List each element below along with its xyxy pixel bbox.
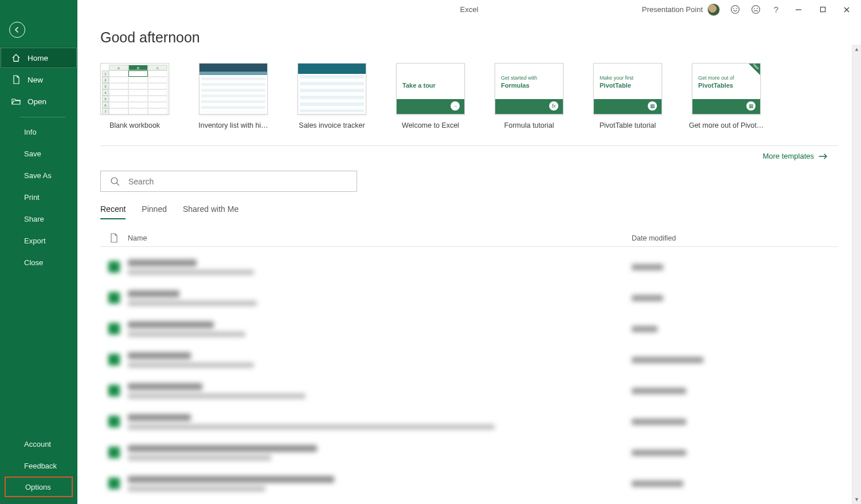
nav-options[interactable]: Options (6, 478, 72, 496)
recent-file-row[interactable] (100, 282, 838, 313)
arrow-right-icon: → (451, 101, 460, 111)
nav-save[interactable]: Save (0, 143, 77, 164)
account-control[interactable]: Presentation Point (642, 3, 720, 16)
file-icon (100, 233, 128, 243)
thumb-text: Formulas (501, 82, 530, 89)
nav-home-label: Home (28, 54, 48, 62)
recent-list-header: Name Date modified (100, 230, 838, 247)
nav-account[interactable]: Account (0, 433, 77, 455)
nav-save-as[interactable]: Save As (0, 164, 77, 186)
nav-share-label: Share (24, 215, 44, 223)
window-minimize-button[interactable] (788, 1, 809, 19)
formula-thumb-icon: Get started with Formulas fx (495, 63, 563, 115)
svg-point-2 (736, 8, 737, 9)
template-blank-workbook[interactable]: ABC 1 2 3 4 5 6 7 Blank (100, 63, 169, 129)
file-date (632, 450, 838, 456)
column-date[interactable]: Date modified (632, 234, 838, 242)
file-text (128, 445, 632, 460)
nav-save-as-label: Save As (24, 171, 52, 180)
back-arrow-icon (9, 22, 25, 38)
help-icon: ? (774, 5, 778, 14)
tab-recent[interactable]: Recent (100, 204, 126, 219)
nav-open-label: Open (28, 97, 46, 106)
tab-label: Pinned (142, 204, 167, 214)
file-date (632, 264, 838, 270)
recent-file-row[interactable] (100, 251, 838, 282)
window-maximize-button[interactable] (812, 1, 833, 19)
svg-point-1 (733, 8, 734, 9)
arrow-right-icon (819, 153, 828, 160)
template-welcome[interactable]: Take a tour → Welcome to Excel (396, 63, 465, 129)
help-button[interactable]: ? (767, 1, 785, 19)
template-pivottable-tutorial[interactable]: Make your first PivotTable ▦ PivotTable … (593, 63, 662, 129)
template-sales-invoice[interactable]: Sales invoice tracker (298, 63, 366, 129)
inventory-thumb-icon (199, 63, 268, 115)
svg-point-5 (757, 8, 758, 9)
template-pivottable-more[interactable]: Get more out of PivotTables ▦ Get more o… (692, 63, 761, 129)
file-date (632, 357, 838, 363)
template-inventory-list[interactable]: Inventory list with hi… (199, 63, 268, 129)
nav-info[interactable]: Info (0, 121, 77, 143)
nav-account-label: Account (24, 440, 51, 448)
search-input[interactable] (128, 177, 357, 186)
more-templates-link[interactable]: More templates (100, 152, 838, 160)
recent-tabs: Recent Pinned Shared with Me (100, 204, 838, 219)
recent-file-row[interactable] (100, 375, 838, 406)
feedback-happy-button[interactable] (726, 1, 744, 19)
file-text (128, 383, 632, 399)
vertical-scrollbar[interactable]: ▲ ▼ (852, 45, 861, 504)
nav-home[interactable]: Home (0, 47, 77, 69)
template-label: Get more out of Pivot… (683, 121, 769, 129)
back-button[interactable] (6, 18, 29, 41)
pivot-more-thumb-icon: Get more out of PivotTables ▦ (692, 63, 761, 115)
template-label: Inventory list with hi… (190, 121, 276, 129)
recent-files-list (100, 251, 838, 499)
nav-print-label: Print (24, 193, 40, 202)
recent-file-row[interactable] (100, 313, 838, 344)
search-box[interactable] (100, 171, 357, 192)
tab-shared[interactable]: Shared with Me (183, 204, 238, 219)
column-name[interactable]: Name (128, 234, 632, 242)
nav-new-label: New (28, 76, 43, 84)
table-icon: ▦ (648, 101, 657, 111)
scroll-down-button[interactable]: ▼ (852, 495, 861, 504)
nav-print[interactable]: Print (0, 186, 77, 208)
recent-file-row[interactable] (100, 468, 838, 499)
excel-file-icon (100, 323, 128, 334)
nav-new[interactable]: New (0, 69, 77, 90)
document-icon (11, 75, 21, 84)
template-label: Formula tutorial (486, 121, 572, 129)
nav-share[interactable]: Share (0, 208, 77, 230)
template-formula-tutorial[interactable]: Get started with Formulas fx Formula tut… (495, 63, 563, 129)
tab-pinned[interactable]: Pinned (142, 204, 167, 219)
nav-export-label: Export (24, 237, 46, 245)
nav-feedback-label: Feedback (24, 462, 57, 470)
thumb-text: PivotTables (698, 82, 733, 89)
feedback-sad-button[interactable] (746, 1, 765, 19)
scroll-up-button[interactable]: ▲ (852, 45, 861, 54)
templates-row: ABC 1 2 3 4 5 6 7 Blank (100, 63, 838, 129)
file-text (128, 476, 632, 491)
excel-file-icon (100, 292, 128, 304)
recent-file-row[interactable] (100, 406, 838, 437)
file-text (128, 321, 632, 337)
file-text (128, 352, 632, 368)
nav-options-highlight: Options (5, 477, 73, 497)
file-text (128, 414, 632, 430)
thumb-text: Get more out of (698, 75, 734, 81)
nav-open[interactable]: Open (0, 90, 77, 112)
window-close-button[interactable] (836, 1, 858, 19)
excel-file-icon (100, 261, 128, 273)
recent-file-row[interactable] (100, 437, 838, 468)
thumb-text: Make your first (600, 75, 633, 81)
nav-export[interactable]: Export (0, 230, 77, 251)
nav-close[interactable]: Close (0, 251, 77, 273)
nav-close-label: Close (24, 258, 43, 267)
file-text (128, 259, 632, 275)
recent-file-row[interactable] (100, 344, 838, 375)
file-date (632, 295, 838, 301)
search-icon (101, 176, 128, 186)
nav-feedback[interactable]: Feedback (0, 455, 77, 477)
excel-file-icon (100, 416, 128, 427)
template-label: Sales invoice tracker (289, 121, 375, 129)
